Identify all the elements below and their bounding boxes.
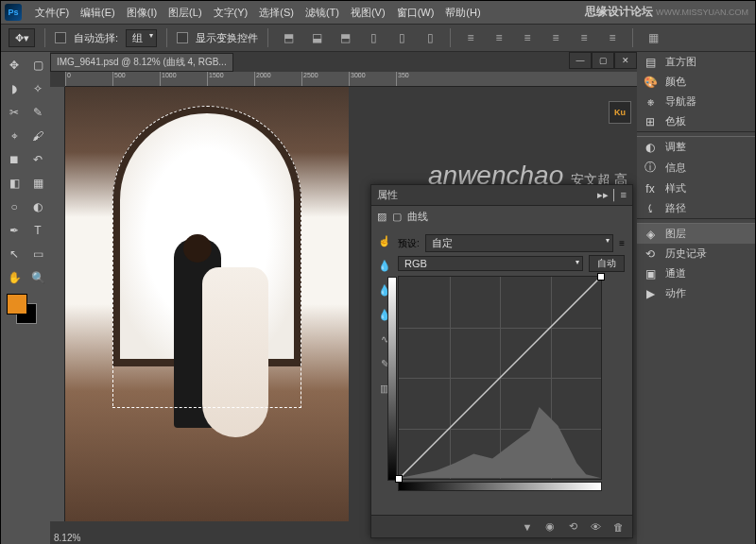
adjustments-icon: ◐ <box>643 141 658 154</box>
document-tab[interactable]: IMG_9641.psd @ 8.12% (曲线 4, RGB... <box>50 53 233 72</box>
kuler-button[interactable]: Ku <box>609 101 631 124</box>
ruler-vertical[interactable] <box>50 87 65 521</box>
history-brush-icon[interactable]: ↶ <box>26 148 49 171</box>
wand-tool-icon[interactable]: ✧ <box>26 77 49 100</box>
curve-point-white[interactable] <box>597 273 605 280</box>
panel-styles[interactable]: fx样式 <box>637 178 755 198</box>
menu-help[interactable]: 帮助(H) <box>439 6 486 20</box>
align-left-icon[interactable]: ▯ <box>363 28 384 47</box>
move-tool-icon[interactable]: ✥ <box>3 54 26 76</box>
sample-black-icon[interactable]: 💧 <box>375 256 394 275</box>
show-transform-checkbox[interactable] <box>177 32 188 43</box>
menu-edit[interactable]: 编辑(E) <box>75 6 121 20</box>
gradient-tool-icon[interactable]: ▦ <box>26 172 49 195</box>
menu-file[interactable]: 文件(F) <box>29 6 75 20</box>
path-select-icon[interactable]: ↖ <box>3 243 26 265</box>
distribute-icon[interactable]: ≡ <box>489 28 509 47</box>
align-hcenter-icon[interactable]: ▯ <box>391 28 412 47</box>
mask-icon[interactable]: ▢ <box>392 211 402 223</box>
blur-tool-icon[interactable]: ○ <box>3 196 26 218</box>
watermark-main: 思缘设计论坛 <box>585 5 653 18</box>
preset-menu-icon[interactable]: ≡ <box>619 238 625 248</box>
align-top-icon[interactable]: ⬒ <box>278 28 299 47</box>
tool-preset-picker[interactable]: ✥▾ <box>9 28 35 47</box>
color-swatches[interactable] <box>3 290 49 328</box>
align-bottom-icon[interactable]: ⬒ <box>335 28 355 47</box>
arrange-icon[interactable]: ▦ <box>643 28 663 47</box>
auto-select-checkbox[interactable] <box>55 32 66 43</box>
zoom-tool-icon[interactable]: 🔍 <box>26 266 49 289</box>
panel-swatches[interactable]: ⊞色板 <box>637 111 755 131</box>
type-tool-icon[interactable]: T <box>26 219 49 242</box>
brush-tool-icon[interactable]: 🖌 <box>26 125 49 147</box>
distribute-icon[interactable]: ≡ <box>460 28 481 47</box>
divider <box>267 28 268 47</box>
menu-window[interactable]: 窗口(W) <box>391 6 440 20</box>
marquee-tool-icon[interactable]: ▢ <box>26 54 49 76</box>
menu-view[interactable]: 视图(V) <box>345 6 391 20</box>
auto-select-target[interactable]: 组 <box>126 29 157 47</box>
close-button[interactable]: ✕ <box>614 52 637 69</box>
adjustment-type: 曲线 <box>407 210 428 224</box>
visibility-icon[interactable]: 👁 <box>587 518 604 536</box>
panel-navigator[interactable]: ⎈导航器 <box>637 92 755 111</box>
panel-layers[interactable]: ◈图层 <box>637 224 755 244</box>
panel-history[interactable]: ⟲历史记录 <box>637 244 755 264</box>
clip-layer-icon[interactable]: ▼ <box>519 518 536 536</box>
healing-tool-icon[interactable]: ⌖ <box>3 125 26 147</box>
properties-footer: ▼ ◉ ⟲ 👁 🗑 <box>371 515 632 537</box>
panel-histogram[interactable]: ▤直方图 <box>637 52 755 72</box>
menu-filter[interactable]: 滤镜(T) <box>300 6 345 20</box>
channel-dropdown[interactable]: RGB <box>398 256 583 271</box>
distribute-icon[interactable]: ≡ <box>545 28 566 47</box>
lasso-tool-icon[interactable]: ◗ <box>3 77 26 100</box>
menu-layer[interactable]: 图层(L) <box>163 6 207 20</box>
shape-tool-icon[interactable]: ▭ <box>26 243 49 265</box>
output-gradient <box>387 277 397 481</box>
watermark-top: 思缘设计论坛 WWW.MISSYUAN.COM <box>585 4 748 20</box>
auto-button[interactable]: 自动 <box>589 255 625 272</box>
align-right-icon[interactable]: ▯ <box>420 28 440 47</box>
pen-tool-icon[interactable]: ✒ <box>3 219 26 242</box>
delete-icon[interactable]: 🗑 <box>610 518 627 536</box>
stamp-tool-icon[interactable]: ⏹ <box>3 148 26 171</box>
view-previous-icon[interactable]: ◉ <box>541 518 558 536</box>
panel-channels[interactable]: ▣通道 <box>637 264 755 283</box>
panel-color[interactable]: 🎨颜色 <box>637 72 755 92</box>
hand-tool-icon[interactable]: ✋ <box>3 266 26 289</box>
distribute-icon[interactable]: ≡ <box>602 28 623 47</box>
distribute-icon[interactable]: ≡ <box>574 28 594 47</box>
divider <box>44 28 45 47</box>
panel-actions[interactable]: ▶动作 <box>637 283 755 303</box>
paths-icon: ⤹ <box>643 202 658 215</box>
dodge-tool-icon[interactable]: ◐ <box>26 196 49 218</box>
eyedropper-tool-icon[interactable]: ✎ <box>26 101 49 124</box>
panel-menu-icon[interactable]: ▸▸ │ ≡ <box>597 189 627 201</box>
align-vcenter-icon[interactable]: ⬓ <box>306 28 327 47</box>
zoom-indicator[interactable]: 8.12% <box>54 533 80 543</box>
panel-paths[interactable]: ⤹路径 <box>637 198 755 218</box>
watermark-url: WWW.MISSYUAN.COM <box>656 8 748 17</box>
panel-info[interactable]: ⓘ信息 <box>637 157 755 178</box>
maximize-button[interactable]: ▢ <box>592 52 614 69</box>
crop-tool-icon[interactable]: ✂ <box>3 101 26 124</box>
properties-header[interactable]: 属性 ▸▸ │ ≡ <box>371 185 632 206</box>
curves-grid[interactable] <box>398 276 602 480</box>
fg-color-swatch[interactable] <box>7 294 27 314</box>
preset-dropdown[interactable]: 自定 <box>425 234 613 252</box>
curve-line <box>399 277 601 479</box>
canvas[interactable] <box>65 87 349 521</box>
menu-select[interactable]: 选择(S) <box>253 6 300 20</box>
curve-point-black[interactable] <box>395 475 403 483</box>
menu-type[interactable]: 文字(Y) <box>208 6 254 20</box>
menu-image[interactable]: 图像(I) <box>121 6 163 20</box>
minimize-button[interactable]: — <box>569 52 592 69</box>
eraser-tool-icon[interactable]: ◧ <box>3 172 26 195</box>
ruler-horizontal[interactable]: 0 500 1000 1500 2000 2500 3000 350 <box>65 72 637 87</box>
distribute-icon[interactable]: ≡ <box>517 28 538 47</box>
channels-icon: ▣ <box>643 267 658 280</box>
reset-icon[interactable]: ⟲ <box>564 518 581 536</box>
properties-panel: 属性 ▸▸ │ ≡ ▨ ▢ 曲线 ☝ 💧 💧 💧 ∿ ✎ ▥ 预设: 自定 ≡ … <box>370 184 633 538</box>
targeted-adjust-icon[interactable]: ☝ <box>375 231 394 250</box>
panel-adjustments[interactable]: ◐调整 <box>637 137 755 157</box>
